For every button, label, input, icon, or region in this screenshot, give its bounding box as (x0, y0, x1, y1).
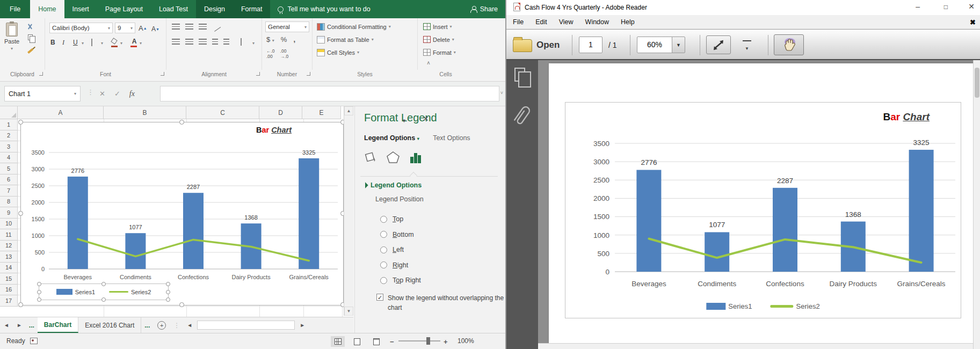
size-properties-icon[interactable] (409, 150, 423, 164)
decimal-buttons[interactable]: ←.0.00 .00→.0 (266, 48, 288, 59)
ribbon-tab-design[interactable]: Design (196, 0, 233, 18)
sheet-tab-excel-2016-chart[interactable]: Excel 2016 Chart (78, 317, 141, 333)
radio-circle-icon[interactable] (380, 261, 387, 268)
effects-icon[interactable] (386, 150, 400, 164)
menu-window[interactable]: Window (585, 18, 609, 26)
row-header-6[interactable]: 6 (0, 174, 18, 186)
zoom-dropdown-button[interactable]: ▼ (672, 37, 685, 53)
checkbox-icon[interactable]: ✓ (376, 294, 383, 301)
merge-center-dropdown[interactable]: ▾ (252, 41, 255, 46)
legend-resize-handle[interactable] (37, 290, 41, 294)
radio-top-right[interactable]: Top Right (380, 273, 421, 288)
name-box[interactable]: Chart 1 ▾ (4, 86, 81, 101)
sheet-nav-prev[interactable]: ◄ (0, 317, 13, 333)
zoom-in-button[interactable]: + (444, 338, 448, 346)
chart-legend[interactable]: Series1Series2 (39, 283, 169, 300)
number-format-select[interactable]: General▾ (265, 21, 309, 32)
tell-me-box[interactable]: Tell me what you want to do (278, 0, 370, 18)
maximize-button[interactable]: □ (944, 3, 948, 11)
share-button[interactable]: Share (466, 0, 502, 18)
cancel-icon[interactable]: ✕ (99, 90, 105, 98)
legend-resize-handle[interactable] (101, 297, 106, 302)
font-color-button[interactable]: A (130, 38, 139, 48)
legend-resize-handle[interactable] (166, 282, 170, 286)
ribbon-tab-home[interactable]: Home (30, 0, 64, 18)
copy-button[interactable] (26, 33, 34, 41)
column-header-D[interactable]: D (259, 106, 302, 119)
add-sheet-button[interactable]: + (157, 321, 166, 330)
chart-object[interactable]: Bar Chart 050010001500200025003000350027… (20, 122, 344, 306)
radio-top[interactable]: Top (380, 212, 421, 227)
format-as-table-button[interactable]: Format as Table▾ (317, 34, 374, 45)
tab-legend-options[interactable]: Legend Options ▾ (364, 134, 419, 142)
sheet-nav-next[interactable]: ► (13, 317, 26, 333)
attachments-paperclip-icon[interactable] (507, 100, 536, 132)
zoom-out-button[interactable]: − (390, 338, 394, 346)
chart-resize-handle[interactable] (18, 302, 23, 307)
row-header-1[interactable]: 1 (0, 119, 18, 130)
section-legend-options[interactable]: Legend Options (363, 181, 422, 189)
chart-resize-handle[interactable] (179, 120, 184, 125)
radio-bottom[interactable]: Bottom (380, 227, 421, 243)
page-number-input[interactable]: 1 (579, 37, 602, 53)
scroll-down-button[interactable]: ▼ (344, 307, 353, 316)
column-header-C[interactable]: C (186, 106, 259, 119)
fit-page-button[interactable] (706, 35, 731, 54)
legend-resize-handle[interactable] (37, 282, 41, 286)
pane-close-button[interactable]: ✕ (423, 114, 429, 123)
radio-circle-icon[interactable] (380, 231, 387, 238)
row-header-5[interactable]: 5 (0, 163, 18, 174)
font-name-select[interactable]: Calibri (Body)▾ (49, 23, 113, 33)
sheet-tab-barchart[interactable]: BarChart (38, 317, 78, 333)
row-header-2[interactable]: 2 (0, 130, 18, 142)
pane-options-dropdown[interactable]: ▼ (402, 118, 406, 123)
menu-edit[interactable]: Edit (535, 18, 547, 26)
merge-center-button[interactable] (241, 39, 242, 45)
column-header-A[interactable]: A (18, 106, 104, 119)
scrollbar-thumb[interactable] (975, 68, 979, 98)
page-thumbnails-icon[interactable] (514, 68, 525, 82)
hscroll-right-button[interactable]: ► (296, 317, 309, 333)
row-header-7[interactable]: 7 (0, 185, 18, 197)
row-header-15[interactable]: 15 (0, 273, 18, 285)
grow-font-button[interactable]: A▲ (139, 23, 147, 33)
ribbon-tab-insert[interactable]: Insert (64, 0, 97, 18)
formula-input[interactable] (160, 86, 499, 101)
ribbon-tab-file[interactable]: File (0, 0, 30, 18)
ribbon-tab-format[interactable]: Format (233, 0, 271, 18)
hidden-sheets-left[interactable]: ... (26, 317, 38, 333)
horizontal-scrollbar[interactable] (197, 321, 295, 330)
chart-resize-handle[interactable] (18, 120, 23, 125)
fill-line-icon[interactable] (364, 150, 378, 164)
chart-resize-handle[interactable] (179, 302, 184, 307)
legend-resize-handle[interactable] (101, 282, 106, 286)
zoom-slider-thumb[interactable] (426, 337, 430, 345)
column-header-E[interactable]: E (302, 106, 341, 119)
dialog-launcher-icon[interactable] (307, 72, 310, 76)
row-header-3[interactable]: 3 (0, 141, 18, 152)
radio-circle-icon[interactable] (380, 246, 387, 253)
shrink-font-button[interactable]: A▼ (151, 24, 159, 34)
legend-resize-handle[interactable] (37, 297, 41, 302)
collapse-ribbon-button[interactable]: ˄ (427, 60, 430, 66)
cut-button[interactable] (26, 23, 34, 31)
enter-icon[interactable]: ✓ (114, 90, 120, 98)
row-header-13[interactable]: 13 (0, 251, 18, 263)
row-header-8[interactable]: 8 (0, 197, 18, 208)
row-header-9[interactable]: 9 (0, 207, 18, 219)
menu-view[interactable]: View (559, 18, 574, 26)
delete-cells-button[interactable]: Delete▾ (423, 34, 454, 45)
pdf-horizontal-scrollbar[interactable] (538, 343, 973, 349)
expand-formula-bar-icon[interactable]: ˅ (500, 90, 503, 96)
page-layout-view-button[interactable] (350, 336, 364, 347)
ribbon-tab-load-test[interactable]: Load Test (151, 0, 196, 18)
page-break-view-button[interactable] (369, 336, 383, 347)
number-style-buttons[interactable]: $ ▾ % , (266, 35, 295, 43)
dialog-launcher-icon[interactable] (256, 72, 260, 76)
ribbon-tab-page-layout[interactable]: Page Layout (97, 0, 151, 18)
grid-cells[interactable]: Bar Chart 050010001500200025003000350027… (18, 119, 344, 317)
zoom-value-input[interactable]: 60% (637, 37, 672, 53)
vertical-scrollbar[interactable]: ▲ ▼ (344, 106, 353, 316)
italic-button[interactable]: I (62, 38, 64, 47)
vertical-align-buttons[interactable] (172, 24, 220, 30)
